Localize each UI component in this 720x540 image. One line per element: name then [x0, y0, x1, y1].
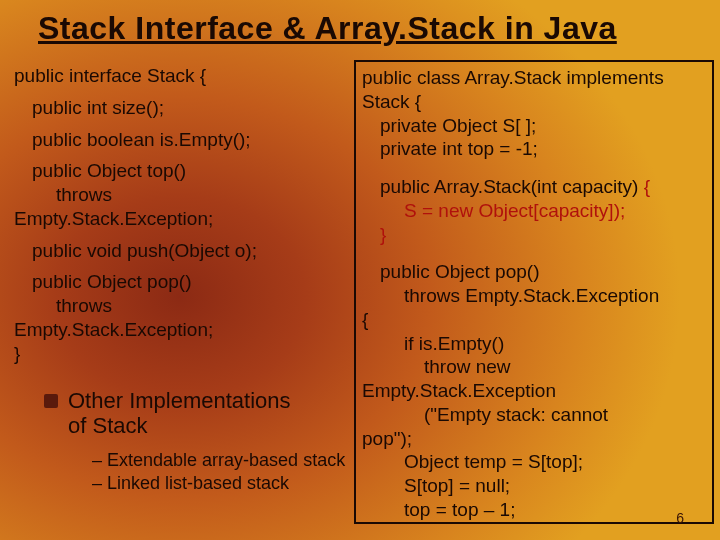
- code-line: if is.Empty(): [362, 332, 706, 356]
- code-line: S = new Object[capacity]);: [362, 199, 706, 223]
- code-line: throws: [14, 183, 354, 207]
- sublist-item: Extendable array-based stack: [92, 449, 354, 472]
- code-line: {: [362, 308, 706, 332]
- code-line: public Object top(): [14, 159, 354, 183]
- subheading: Other Implementations of Stack: [68, 388, 291, 439]
- code-line: public Object pop(): [362, 260, 706, 284]
- code-line: public interface Stack {: [14, 64, 354, 88]
- code-line: ("Empty stack: cannot: [362, 403, 706, 427]
- code-line: pop");: [362, 427, 706, 451]
- right-column: public class Array.Stack implements Stac…: [354, 60, 714, 524]
- code-line: public class Array.Stack implements: [362, 66, 706, 90]
- code-line: private Object S[ ];: [362, 114, 706, 138]
- page-number: 6: [676, 510, 684, 526]
- code-line: Object temp = S[top];: [362, 450, 706, 474]
- slide-title: Stack Interface & Array.Stack in Java: [38, 10, 617, 47]
- code-line: Empty.Stack.Exception: [362, 379, 706, 403]
- code-line: }: [362, 223, 706, 247]
- code-line: Stack {: [362, 90, 706, 114]
- code-line: public Array.Stack(int capacity) {: [362, 175, 706, 199]
- code-line: throws Empty.Stack.Exception: [362, 284, 706, 308]
- code-line: }: [14, 342, 354, 366]
- code-line: public Object pop(): [14, 270, 354, 294]
- code-line: throws: [14, 294, 354, 318]
- sublist: Extendable array-based stack Linked list…: [92, 449, 354, 496]
- code-line: public boolean is.Empty();: [14, 128, 354, 152]
- sublist-item: Linked list-based stack: [92, 472, 354, 495]
- code-line: S[top] = null;: [362, 474, 706, 498]
- code-line: Empty.Stack.Exception;: [14, 207, 354, 231]
- other-implementations-block: Other Implementations of Stack Extendabl…: [44, 388, 354, 495]
- code-line: Empty.Stack.Exception;: [14, 318, 354, 342]
- code-line: top = top – 1;: [362, 498, 706, 522]
- bullet-square-icon: [44, 394, 58, 408]
- code-line: private int top = -1;: [362, 137, 706, 161]
- code-line: public int size();: [14, 96, 354, 120]
- code-line: throw new: [362, 355, 706, 379]
- code-line: public void push(Object o);: [14, 239, 354, 263]
